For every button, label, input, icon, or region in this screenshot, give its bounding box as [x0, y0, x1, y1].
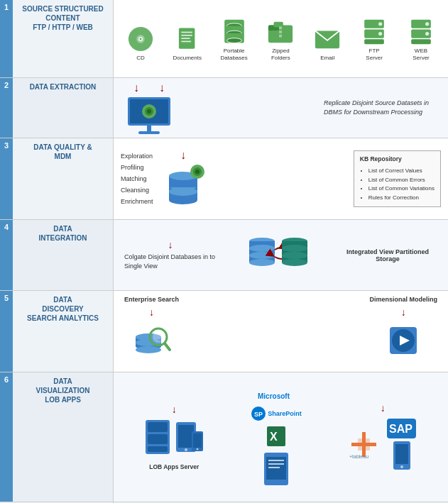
lob-apps-section: ↓ — [144, 404, 204, 470]
di-merge-icon — [242, 228, 313, 282]
row3-inner: Exploration Profiling Matching Cleansing… — [114, 145, 448, 213]
svg-rect-77 — [178, 425, 194, 448]
svg-rect-74 — [148, 434, 168, 444]
dq-db-icon: ↓ — [160, 149, 207, 209]
enterprise-search-section: Enterprise Search ↓ — [124, 296, 179, 367]
svg-rect-29 — [364, 39, 384, 44]
arrow-di-in: ↓ — [168, 239, 173, 250]
content-row-6: ↓ — [114, 372, 448, 502]
ftp-icon-item: FTP Server — [351, 18, 398, 61]
content-area: CD Documents — [114, 0, 448, 503]
sidebar-row-1: 1 SOURCE STRUCTURED CONTENTFTP / HTTP / … — [0, 0, 113, 78]
svg-point-60 — [282, 252, 307, 259]
enterprise-search-label: Enterprise Search — [124, 296, 179, 303]
svg-point-53 — [249, 259, 275, 266]
svg-point-59 — [282, 245, 307, 252]
email-icon-item: Email — [305, 26, 351, 62]
row-number-6: 6 — [0, 372, 13, 502]
svg-point-58 — [282, 259, 307, 266]
arrow-tableau-in: ↓ — [381, 402, 386, 414]
svg-point-67 — [153, 331, 164, 343]
svg-rect-41 — [138, 131, 160, 134]
zipped-folders-label: Zipped Folders — [271, 48, 290, 61]
email-icon — [314, 26, 341, 52]
svg-point-55 — [249, 252, 275, 259]
svg-point-28 — [378, 32, 382, 35]
svg-point-81 — [196, 448, 198, 451]
svg-line-68 — [165, 343, 170, 350]
source-icons: CD Documents — [114, 13, 448, 65]
svg-rect-89 — [268, 460, 284, 461]
di-databases-icon — [242, 228, 313, 282]
svg-rect-20 — [274, 22, 283, 28]
documents-icon-item: Documents — [164, 26, 210, 62]
row-label-4: DATAINTEGRATION — [13, 220, 113, 247]
kb-repository-box: KB Repository List of Correct Values Lis… — [354, 150, 441, 207]
extraction-description: Replicate Disjoint Source Datasets in DB… — [324, 99, 437, 116]
row4-inner: ↓ Colgate Disjoint Databases in to Singl… — [114, 225, 448, 285]
web-server-icon — [408, 18, 435, 45]
svg-rect-21 — [280, 26, 283, 29]
row-label-1: SOURCE STRUCTURED CONTENTFTP / HTTP / WE… — [13, 0, 113, 36]
svg-rect-75 — [148, 446, 168, 452]
sap-item: SAP — [386, 417, 417, 472]
sharepoint-logo: Microsoft SP SharePoint — [251, 386, 302, 421]
content-row-4: ↓ Colgate Disjoint Databases in to Singl… — [114, 220, 448, 291]
zipped-folders-icon — [267, 18, 294, 45]
dq-methods: Exploration Profiling Matching Cleansing… — [121, 150, 153, 208]
sidebar-row-5: 5 DATADISCOVERYSEARCH ANALYTICS — [0, 291, 113, 372]
svg-rect-94 — [358, 438, 370, 451]
portable-databases-icon — [221, 18, 248, 45]
svg-point-3 — [139, 38, 141, 40]
profiling-label: Profiling — [121, 162, 153, 173]
dimensional-icon — [384, 321, 423, 360]
sharepoint-icon: Microsoft — [256, 386, 295, 404]
svg-rect-91 — [268, 467, 280, 468]
sap-icon: SAP — [386, 417, 417, 440]
kb-title: KB Repository — [360, 155, 435, 165]
svg-rect-34 — [411, 39, 431, 44]
enterprise-search-icon — [129, 321, 175, 367]
row-number-1: 1 — [0, 0, 13, 77]
lob-icons-row — [144, 419, 204, 458]
extraction-center: ↓ ↓ — [124, 82, 174, 135]
svg-point-39 — [147, 109, 151, 114]
dimensional-modeling-section: Dimensional Modeling ↓ — [369, 296, 437, 360]
lob-label: LOB Apps Server — [149, 463, 199, 470]
row6-inner: ↓ — [114, 379, 448, 495]
svg-rect-7 — [181, 38, 190, 39]
sidebar-row-4: 4 DATAINTEGRATION — [0, 220, 113, 291]
enrichment-label: Enrichment — [121, 196, 153, 207]
svg-point-26 — [378, 22, 382, 26]
sharepoint-label: SharePoint — [268, 410, 302, 417]
svg-rect-22 — [280, 31, 283, 33]
cd-icon-item: CD — [117, 26, 163, 62]
row2-inner: ↓ ↓ Replicate Disjoint — [114, 76, 448, 140]
row5-inner: Enterprise Search ↓ — [114, 290, 448, 373]
monitor-icon — [124, 96, 174, 135]
svg-point-45 — [169, 187, 197, 196]
svg-rect-90 — [268, 463, 284, 465]
svg-rect-23 — [280, 35, 283, 38]
sidebar-row-6: 6 DATAVISUALIZATIONLOB APPS — [0, 372, 113, 502]
portable-db-icon-item: Portable Databases — [211, 18, 257, 61]
tableau-sap-section: ↓ +tableau — [348, 402, 417, 472]
row-label-2: DATA EXTRACTION — [13, 78, 113, 96]
svg-text:SAP: SAP — [389, 423, 413, 435]
portable-databases-label: Portable Databases — [220, 48, 247, 61]
sharepoint-text-row: SP SharePoint — [251, 406, 302, 421]
content-row-3: Exploration Profiling Matching Cleansing… — [114, 138, 448, 220]
tableau-row: +tableau SAP — [348, 417, 417, 472]
row-number-2: 2 — [0, 78, 13, 138]
svg-text:SP: SP — [254, 411, 263, 418]
content-row-5: Enterprise Search ↓ — [114, 291, 448, 372]
kb-item-1: List of Correct Values — [368, 167, 435, 176]
di-left-text: Colgate Disjoint Databases in to Single … — [124, 253, 217, 270]
main-container: 1 SOURCE STRUCTURED CONTENTFTP / HTTP / … — [0, 0, 448, 503]
svg-rect-73 — [148, 422, 168, 432]
svg-rect-40 — [147, 126, 151, 131]
row-label-5: DATADISCOVERYSEARCH ANALYTICS — [13, 291, 113, 327]
tableau-icon: +tableau — [348, 429, 380, 460]
svg-point-100 — [400, 465, 403, 468]
cd-label: CD — [136, 55, 145, 62]
